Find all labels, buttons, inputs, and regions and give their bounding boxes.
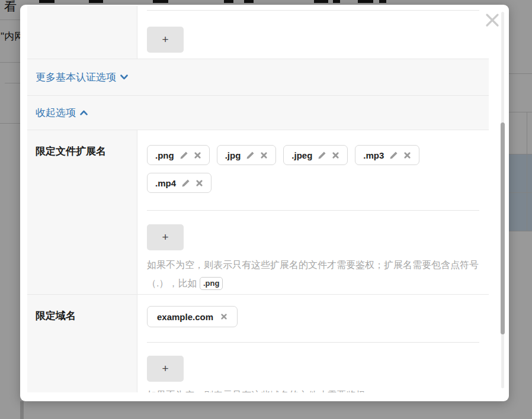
file-extensions-help: 如果不为空，则表示只有这些扩展名的文件才需要鉴权；扩展名需要包含点符号（.），比… [147, 256, 479, 292]
row-file-extensions: 限定文件扩展名 .png .jpg .jpeg [27, 130, 489, 295]
more-auth-options-link[interactable]: 更多基本认证选项 [36, 70, 128, 84]
tag-label: example.com [157, 312, 213, 322]
form-row-auth-users: + [27, 6, 489, 59]
modal-scroll-area: + 更多基本认证选项 收起选项 限定文件扩展名 [27, 6, 489, 392]
add-domain-button[interactable]: + [147, 356, 184, 382]
extension-tag-list: .png .jpg .jpeg .mp3 [147, 130, 479, 193]
extension-tag: .png [147, 145, 210, 165]
row-more-auth-options: 更多基本认证选项 [27, 59, 489, 96]
remove-icon[interactable] [260, 152, 268, 159]
field-content-column: + [137, 6, 489, 59]
chevron-up-icon [80, 110, 88, 115]
edit-icon[interactable] [180, 151, 188, 160]
tag-label: .mp4 [155, 178, 176, 188]
field-divider [147, 10, 479, 11]
edit-icon[interactable] [389, 151, 398, 160]
row-collapse-options: 收起选项 [27, 96, 489, 130]
remove-icon[interactable] [220, 313, 227, 320]
modal-scrollbar-thumb[interactable] [501, 123, 505, 334]
field-label-column: 限定文件扩展名 [27, 130, 137, 294]
close-icon[interactable] [483, 11, 502, 30]
extension-tag: .mp4 [147, 173, 211, 193]
tag-label: .jpeg [291, 150, 312, 160]
field-divider [147, 342, 479, 343]
tag-label: .jpg [225, 150, 241, 160]
domains-help: 如果不为空，则表示只有这些域名的文件才需要鉴权 [147, 386, 479, 392]
remove-icon[interactable] [403, 152, 411, 159]
remove-icon[interactable] [196, 179, 203, 187]
field-label-column [27, 6, 137, 59]
domains-help-text: 如果不为空，则表示只有这些域名的文件才需要鉴权 [147, 390, 365, 392]
field-divider [147, 210, 479, 211]
extension-tag: .jpg [217, 145, 277, 165]
extension-tag: .jpeg [283, 145, 348, 165]
remove-icon[interactable] [194, 152, 201, 159]
tag-label: .mp3 [363, 150, 384, 160]
edit-icon[interactable] [318, 151, 326, 160]
collapse-options-label: 收起选项 [36, 106, 76, 120]
domains-label: 限定域名 [36, 310, 76, 321]
remove-icon[interactable] [332, 152, 339, 159]
tag-label: .png [155, 150, 174, 160]
file-extensions-help-text: 如果不为空，则表示只有这些扩展名的文件才需要鉴权；扩展名需要包含点符号（.），比… [147, 260, 479, 288]
extension-tag: .mp3 [355, 145, 419, 165]
field-content-column: .png .jpg .jpeg .mp3 [137, 130, 489, 294]
file-extensions-label: 限定文件扩展名 [36, 146, 106, 157]
field-label-column: 限定域名 [27, 295, 137, 392]
help-example-tag: .png [200, 277, 223, 290]
row-domains: 限定域名 example.com + 如果不为空，则表示只有这些域名的文件才需要… [27, 295, 489, 392]
settings-modal: + 更多基本认证选项 收起选项 限定文件扩展名 [20, 5, 509, 401]
chevron-down-icon [120, 75, 128, 80]
field-content-column: example.com + 如果不为空，则表示只有这些域名的文件才需要鉴权 [137, 295, 489, 392]
add-item-button[interactable]: + [147, 27, 184, 53]
edit-icon[interactable] [181, 179, 190, 188]
more-auth-options-label: 更多基本认证选项 [36, 70, 116, 84]
add-extension-button[interactable]: + [147, 224, 184, 250]
collapse-options-link[interactable]: 收起选项 [36, 106, 88, 120]
domain-tag: example.com [147, 306, 238, 327]
edit-icon[interactable] [246, 151, 255, 160]
